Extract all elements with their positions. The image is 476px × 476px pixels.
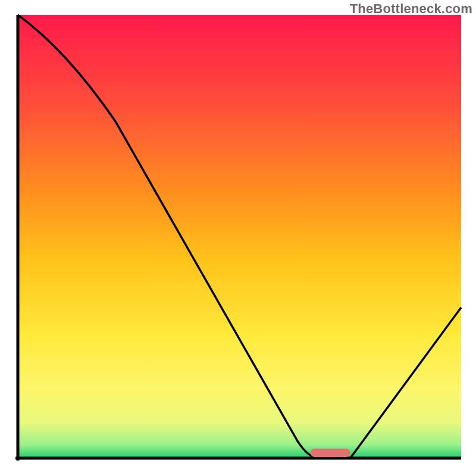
chart-container: TheBottleneck.com [0, 0, 476, 476]
optimal-marker [311, 449, 350, 457]
plot-background [18, 15, 461, 458]
watermark-text: TheBottleneck.com [350, 1, 472, 17]
bottleneck-chart [0, 0, 476, 476]
